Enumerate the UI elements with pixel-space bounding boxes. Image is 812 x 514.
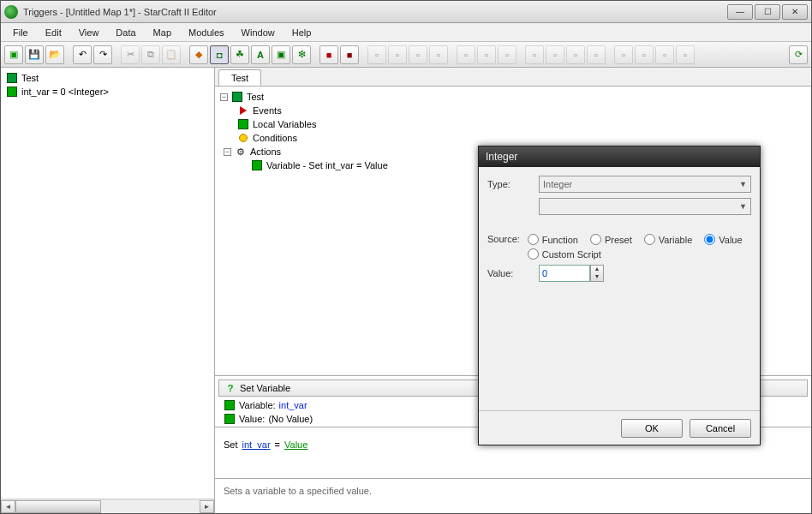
- close-button[interactable]: ✕: [782, 4, 808, 20]
- radio-variable[interactable]: Variable: [644, 234, 693, 245]
- tree-item-label: int_var = 0 <Integer>: [21, 87, 109, 97]
- tb-g1-icon[interactable]: ▫: [367, 45, 386, 64]
- tb-g3-icon[interactable]: ▫: [409, 45, 427, 64]
- tb-validate-icon[interactable]: ⟳: [789, 45, 808, 64]
- tb-g15-icon[interactable]: ▫: [676, 45, 695, 64]
- tb-test-icon[interactable]: ■: [319, 45, 338, 64]
- tb-text-icon[interactable]: A: [251, 45, 270, 64]
- type-select[interactable]: Integer ▼: [539, 176, 751, 193]
- menu-map[interactable]: Map: [145, 25, 180, 40]
- chevron-down-icon: ▼: [739, 180, 747, 188]
- triggers-tree[interactable]: Test int_var = 0 <Integer>: [1, 68, 214, 499]
- trig-conditions-label: Conditions: [253, 133, 297, 143]
- menu-file[interactable]: File: [4, 25, 37, 40]
- tb-copy-icon[interactable]: ⧉: [141, 45, 160, 64]
- radio-value[interactable]: Value: [704, 234, 742, 245]
- tb-g11-icon[interactable]: ▫: [587, 45, 606, 64]
- ok-button[interactable]: OK: [621, 419, 683, 438]
- value-input[interactable]: [539, 265, 590, 282]
- trig-localvars-label: Local Variables: [253, 119, 316, 129]
- tb-g5-icon[interactable]: ▫: [457, 45, 475, 64]
- tb-g2-icon[interactable]: ▫: [388, 45, 407, 64]
- left-panel: Test int_var = 0 <Integer> ◄ ►: [1, 68, 215, 513]
- menu-help[interactable]: Help: [284, 25, 320, 40]
- action-icon: ⚙: [235, 146, 247, 158]
- tb-g4-icon[interactable]: ▫: [429, 45, 448, 64]
- setvar-header-label: Set Variable: [240, 383, 290, 393]
- tb-new-icon[interactable]: ▣: [4, 45, 23, 64]
- expr-set: Set: [224, 439, 238, 450]
- tb-g14-icon[interactable]: ▫: [655, 45, 674, 64]
- trig-events[interactable]: Events: [218, 104, 808, 117]
- tb-g12-icon[interactable]: ▫: [614, 45, 633, 64]
- dialog-body: Type: Integer ▼ ▼ Source: Function Prese…: [479, 167, 760, 410]
- tree-item-test[interactable]: Test: [4, 71, 211, 85]
- tb-redo-icon[interactable]: ↷: [93, 45, 112, 64]
- radio-custom[interactable]: Custom Script: [528, 248, 751, 260]
- variable-icon: [6, 86, 18, 98]
- radio-function[interactable]: Function: [528, 234, 578, 245]
- trig-localvars[interactable]: Local Variables: [218, 117, 808, 131]
- tb-g10-icon[interactable]: ▫: [566, 45, 585, 64]
- tb-terrain-icon[interactable]: ◆: [189, 45, 208, 64]
- type-label: Type:: [487, 179, 532, 189]
- trig-root[interactable]: − Test: [218, 90, 808, 104]
- maximize-button[interactable]: ☐: [755, 4, 780, 20]
- tb-g9-icon[interactable]: ▫: [546, 45, 564, 64]
- trigger-icon: [6, 72, 18, 84]
- value-spinner[interactable]: ▲ ▼: [590, 265, 604, 282]
- subtype-select[interactable]: ▼: [539, 198, 751, 215]
- tab-test[interactable]: Test: [218, 69, 261, 86]
- chevron-down-icon: ▼: [739, 202, 747, 211]
- tb-paste-icon[interactable]: 📋: [162, 45, 181, 64]
- setvar-variable-value[interactable]: int_var: [279, 400, 307, 410]
- tb-g8-icon[interactable]: ▫: [525, 45, 544, 64]
- tb-g7-icon[interactable]: ▫: [498, 45, 516, 64]
- menu-edit[interactable]: Edit: [37, 25, 70, 40]
- minimize-button[interactable]: —: [727, 4, 753, 20]
- window-title: Triggers - [Untitled Map 1*] - StarCraft…: [23, 7, 725, 17]
- trig-events-label: Events: [253, 105, 282, 116]
- menu-modules[interactable]: Modules: [180, 25, 233, 40]
- tb-g6-icon[interactable]: ▫: [477, 45, 496, 64]
- tb-save-icon[interactable]: 💾: [25, 45, 44, 64]
- menu-view[interactable]: View: [70, 25, 108, 40]
- expr-var[interactable]: int_var: [242, 439, 271, 450]
- menu-data[interactable]: Data: [107, 25, 144, 40]
- trig-conditions[interactable]: Conditions: [218, 131, 808, 145]
- app-icon: [4, 5, 18, 19]
- setvar-value-label: Value:: [239, 414, 265, 424]
- integer-dialog: Integer Type: Integer ▼ ▼ Source: Functi…: [478, 146, 761, 445]
- tb-open-icon[interactable]: 📂: [45, 45, 64, 64]
- expr-val[interactable]: Value: [284, 439, 307, 450]
- menubar: File Edit View Data Map Modules Window H…: [1, 23, 811, 42]
- tree-item-intvar[interactable]: int_var = 0 <Integer>: [4, 85, 211, 99]
- spin-down-icon[interactable]: ▼: [591, 273, 603, 281]
- tb-triggers-icon[interactable]: ◘: [210, 45, 229, 64]
- setvar-value-value[interactable]: (No Value): [268, 414, 313, 424]
- source-label: Source:: [487, 234, 521, 244]
- spin-up-icon[interactable]: ▲: [591, 266, 603, 273]
- titlebar: Triggers - [Untitled Map 1*] - StarCraft…: [1, 1, 811, 23]
- tb-import-icon[interactable]: ▣: [272, 45, 290, 64]
- cancel-button[interactable]: Cancel: [690, 419, 751, 438]
- variable-icon: [237, 118, 249, 130]
- dialog-title: Integer: [479, 146, 760, 167]
- scroll-track[interactable]: [15, 500, 200, 513]
- tb-undo-icon[interactable]: ↶: [73, 45, 92, 64]
- scroll-thumb[interactable]: [15, 500, 101, 513]
- trig-actions-label: Actions: [250, 146, 281, 157]
- tb-cut-icon[interactable]: ✂: [121, 45, 140, 64]
- tb-overview-icon[interactable]: ❇: [292, 45, 311, 64]
- tb-g13-icon[interactable]: ▫: [635, 45, 654, 64]
- left-scrollbar[interactable]: ◄ ►: [1, 499, 214, 513]
- menu-window[interactable]: Window: [233, 25, 284, 40]
- collapse-icon[interactable]: −: [224, 148, 231, 156]
- radio-preset[interactable]: Preset: [590, 234, 632, 245]
- scroll-right-icon[interactable]: ►: [200, 500, 214, 513]
- question-icon: ?: [224, 382, 236, 394]
- tb-data-icon[interactable]: ☘: [230, 45, 249, 64]
- scroll-left-icon[interactable]: ◄: [1, 500, 15, 513]
- collapse-icon[interactable]: −: [220, 93, 228, 101]
- tb-test2-icon[interactable]: ■: [340, 45, 359, 64]
